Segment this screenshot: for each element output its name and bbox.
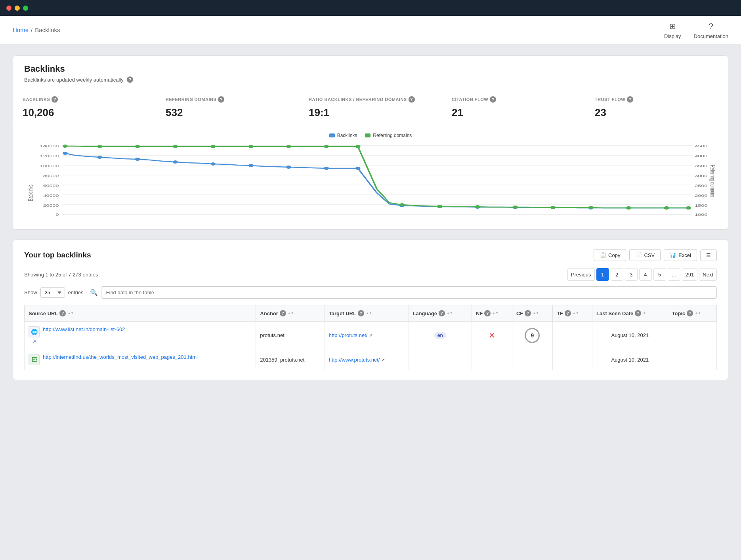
breadcrumb-separator: / (31, 27, 32, 33)
svg-text:100000: 100000 (40, 164, 59, 168)
table-info-row: Showing 1 to 25 of 7,273 entries Previou… (24, 268, 717, 281)
referring-domains-help-icon[interactable]: ? (218, 96, 224, 103)
source-url-link-2[interactable]: http://internetfind.us/the_worlds_most_v… (43, 354, 198, 360)
svg-point-48 (286, 145, 291, 148)
legend-referring-domains-label: Referring domains (373, 133, 412, 138)
pagination-page-3[interactable]: 3 (625, 268, 638, 281)
language-badge-1: en (434, 332, 446, 339)
tf-help-icon[interactable]: ? (565, 310, 571, 316)
target-url-sort[interactable]: ▲▼ (366, 312, 372, 315)
ratio-help-icon[interactable]: ? (409, 96, 415, 103)
breadcrumb-home[interactable]: Home (13, 27, 29, 33)
target-url-cell-2: http://www.protuts.net/ ↗ (325, 349, 409, 370)
citation-flow-help-icon[interactable]: ? (490, 96, 496, 103)
language-cell-1: en (409, 322, 472, 349)
trust-flow-help-icon[interactable]: ? (627, 96, 633, 103)
stat-ratio: RATIO BACKLINKS / REFERRING DOMAINS ? 19… (299, 89, 442, 126)
cached-icon-1[interactable]: ↗ (32, 339, 36, 344)
nf-sort[interactable]: ▲▼ (492, 312, 498, 315)
table-row: 🖼 http://internetfind.us/the_worlds_most… (25, 349, 717, 370)
svg-point-26 (135, 158, 140, 161)
col-source-url: Source URL ? ▲▼ (25, 305, 256, 322)
topic-cell-1 (668, 322, 716, 349)
cf-help-icon[interactable]: ? (525, 310, 531, 316)
external-link-icon-1: ↗ (369, 333, 372, 338)
menu-button[interactable]: ☰ (700, 250, 717, 261)
last-seen-cell-2: August 10, 2021 (592, 349, 668, 370)
topic-help-icon[interactable]: ? (687, 310, 693, 316)
table-row: 🌐 ↗ http://www.list.net.in/domain-list-6… (25, 322, 717, 349)
last-seen-help-icon[interactable]: ? (635, 310, 641, 316)
anchor-help-icon[interactable]: ? (280, 310, 286, 316)
copy-icon: 📋 (600, 252, 606, 258)
table-header-row: Your top backlinks 📋 Copy 📄 CSV 📊 Excel … (24, 249, 717, 261)
excel-label: Excel (678, 252, 691, 258)
svg-point-29 (248, 164, 254, 167)
anchor-sort[interactable]: ▲▼ (288, 312, 294, 315)
svg-text:2500: 2500 (695, 184, 707, 188)
language-sort[interactable]: ▲▼ (447, 312, 453, 315)
last-seen-sort[interactable]: ▼ (643, 312, 646, 315)
svg-point-47 (248, 145, 254, 148)
stat-citation-flow-value: 21 (452, 107, 575, 119)
nf-help-icon[interactable]: ? (484, 310, 491, 316)
svg-point-49 (324, 145, 329, 148)
svg-text:3500: 3500 (695, 164, 707, 168)
chart-area: Backlinks Referring domains (13, 126, 728, 229)
svg-point-50 (355, 145, 361, 148)
stat-referring-domains-value: 532 (166, 107, 289, 119)
target-url-link-2[interactable]: http://www.protuts.net/ (329, 357, 380, 363)
cf-cell-1: 9 (512, 322, 552, 349)
pagination-page-5[interactable]: 5 (653, 268, 666, 281)
window-minimize-dot[interactable] (15, 6, 20, 11)
col-nf: NF ? ▲▼ (472, 305, 512, 322)
chart-visualization: 140000 120000 100000 80000 60000 40000 2… (24, 141, 717, 221)
breadcrumb: Home / Backlinks (13, 27, 60, 33)
pagination-page-4[interactable]: 4 (639, 268, 652, 281)
nf-error-icon-1: ✕ (489, 331, 495, 340)
svg-point-42 (63, 145, 68, 148)
svg-point-57 (626, 206, 631, 210)
pagination-page-291[interactable]: 291 (682, 268, 698, 281)
svg-point-25 (97, 156, 102, 159)
svg-text:140000: 140000 (40, 144, 59, 149)
entries-info: Showing 1 to 25 of 7,273 entries (24, 272, 98, 278)
target-url-cell-1: http://protuts.net/ ↗ (325, 322, 409, 349)
anchor-cell-2: 201359. protuts.net (256, 349, 325, 370)
source-url-sort[interactable]: ▲▼ (67, 312, 74, 315)
pagination-previous[interactable]: Previous (567, 268, 595, 281)
target-url-help-icon[interactable]: ? (358, 310, 364, 316)
last-seen-cell-1: August 10, 2021 (592, 322, 668, 349)
svg-text:1000: 1000 (695, 213, 707, 217)
window-maximize-dot[interactable] (23, 6, 28, 11)
window-close-dot[interactable] (6, 6, 11, 11)
tf-cell-1 (552, 322, 592, 349)
backlinks-help-icon[interactable]: ? (52, 96, 58, 103)
svg-text:4000: 4000 (695, 154, 707, 158)
topbar-actions: ⊞ Display ? Documentation (664, 21, 728, 39)
pagination-page-2[interactable]: 2 (611, 268, 623, 281)
language-help-icon[interactable]: ? (439, 310, 445, 316)
col-cf: CF ? ▲▼ (512, 305, 552, 322)
pagination-page-1[interactable]: 1 (596, 268, 609, 281)
cf-sort[interactable]: ▲▼ (533, 312, 539, 315)
chart-legend: Backlinks Referring domains (24, 133, 717, 138)
pagination-next[interactable]: Next (699, 268, 717, 281)
documentation-button[interactable]: ? Documentation (694, 21, 728, 39)
source-url-link-1[interactable]: http://www.list.net.in/domain-list-602 (43, 326, 125, 332)
svg-text:2000: 2000 (695, 194, 707, 198)
subtitle-help-icon[interactable]: ? (127, 76, 133, 83)
svg-point-28 (210, 162, 216, 166)
search-input[interactable] (101, 286, 717, 299)
show-entries-select[interactable]: 10 25 50 100 (40, 287, 65, 298)
topic-sort[interactable]: ▲▼ (695, 312, 701, 315)
topbar: Home / Backlinks ⊞ Display ? Documentati… (0, 16, 741, 44)
source-url-help-icon[interactable]: ? (59, 310, 66, 316)
csv-button[interactable]: 📄 CSV (629, 249, 661, 261)
copy-button[interactable]: 📋 Copy (594, 249, 626, 261)
tf-sort[interactable]: ▲▼ (573, 312, 579, 315)
legend-backlinks-dot (329, 133, 335, 137)
target-url-link-1[interactable]: http://protuts.net/ (329, 332, 368, 338)
excel-button[interactable]: 📊 Excel (664, 249, 697, 261)
display-button[interactable]: ⊞ Display (664, 21, 681, 39)
